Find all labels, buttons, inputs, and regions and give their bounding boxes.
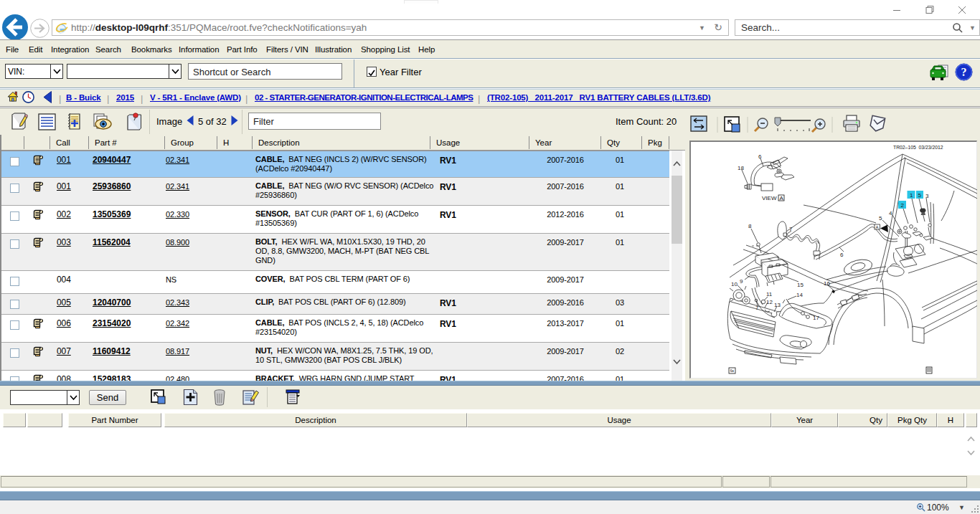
svg-text:5: 5 bbox=[918, 192, 922, 199]
svg-text:6: 6 bbox=[758, 153, 762, 160]
svg-text:2: 2 bbox=[901, 202, 905, 209]
svg-text:8: 8 bbox=[748, 223, 752, 229]
svg-text:14: 14 bbox=[796, 292, 803, 298]
svg-text:A: A bbox=[876, 225, 879, 229]
svg-text:9: 9 bbox=[740, 278, 743, 285]
svg-text:?: ? bbox=[961, 66, 967, 78]
svg-text:1: 1 bbox=[910, 192, 913, 199]
svg-text:6: 6 bbox=[840, 252, 844, 258]
svg-text:11: 11 bbox=[766, 291, 773, 298]
svg-text:13: 13 bbox=[774, 302, 781, 308]
svg-text:VIEW: VIEW bbox=[762, 195, 777, 201]
svg-text:17: 17 bbox=[813, 315, 819, 321]
svg-text:12: 12 bbox=[766, 299, 773, 305]
svg-text:6a: 6a bbox=[730, 369, 735, 373]
svg-text:16: 16 bbox=[824, 280, 830, 287]
svg-text:7: 7 bbox=[755, 305, 759, 311]
svg-text:3: 3 bbox=[925, 193, 929, 199]
svg-text:5: 5 bbox=[879, 215, 882, 222]
svg-text:18: 18 bbox=[738, 165, 744, 171]
svg-text:A: A bbox=[780, 195, 784, 201]
svg-text:7: 7 bbox=[789, 226, 793, 232]
svg-text:15: 15 bbox=[797, 282, 804, 288]
svg-text:4: 4 bbox=[889, 210, 892, 216]
svg-text:10: 10 bbox=[731, 281, 738, 287]
svg-text:TR02–105 03/23/2012: TR02–105 03/23/2012 bbox=[893, 145, 943, 150]
